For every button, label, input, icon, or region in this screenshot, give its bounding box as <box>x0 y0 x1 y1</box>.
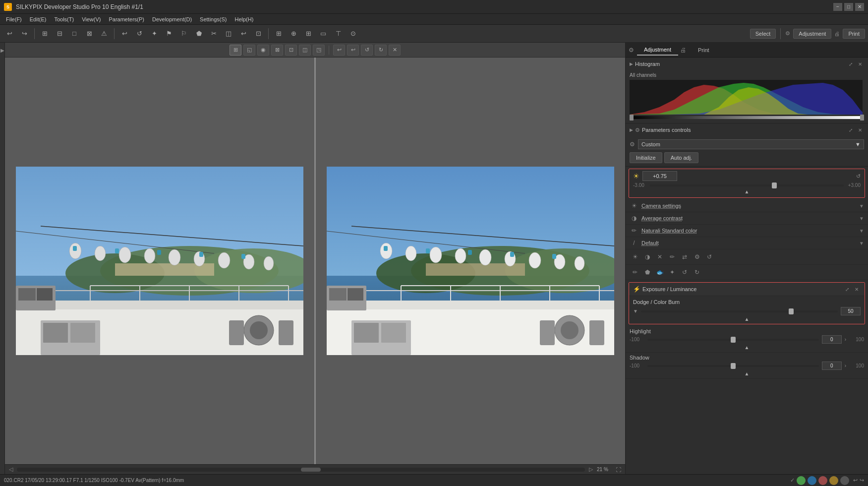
camera-settings-item[interactable]: ☀ Camera settings ▼ <box>626 200 868 212</box>
toolbar-compare[interactable]: ⊞ <box>272 27 285 40</box>
tool-btn-6[interactable]: ⚙ <box>692 251 702 262</box>
preview-btn-compare[interactable]: ⊞ <box>230 45 241 56</box>
params-close-btn[interactable]: ✕ <box>856 126 864 134</box>
tool-btn-8[interactable]: ✏ <box>630 267 640 278</box>
preview-btn-back2[interactable]: ↩ <box>347 45 359 56</box>
status-undo-icon[interactable]: ↩ <box>853 477 858 484</box>
params-expand-btn[interactable]: ⤢ <box>847 126 855 134</box>
toolbar-tool5[interactable]: ⚐ <box>177 27 190 40</box>
toolbar-grid4[interactable]: ⊠ <box>83 27 96 40</box>
select-button[interactable]: Select <box>750 29 776 39</box>
menu-file[interactable]: File(F) <box>2 15 26 23</box>
sidebar-expand-arrow[interactable]: ▶ <box>0 48 4 53</box>
fullscreen-icon[interactable]: ⛶ <box>616 467 621 473</box>
tool-btn-11[interactable]: ✦ <box>667 267 678 278</box>
preview-btn-back[interactable]: ↩ <box>333 45 345 56</box>
print-button[interactable]: Print <box>843 29 865 39</box>
tool-btn-10[interactable]: 🐟 <box>654 267 665 278</box>
toolbar-zoom[interactable]: ⊕ <box>287 27 300 40</box>
menu-help[interactable]: Help(H) <box>231 15 258 23</box>
toolbar-tool10[interactable]: ⊡ <box>252 27 265 40</box>
highlight-value[interactable]: 0 <box>822 335 842 344</box>
toolbar-tool3[interactable]: ✦ <box>148 27 161 40</box>
tab-adjustment[interactable]: Adjustment <box>637 45 678 56</box>
scroll-track[interactable] <box>17 468 585 472</box>
preview-btn-undo[interactable]: ↺ <box>361 45 373 56</box>
menu-parameters[interactable]: Parameters(P) <box>105 15 148 23</box>
default-setting-item[interactable]: / Default ▼ <box>626 237 868 249</box>
menu-view[interactable]: View(V) <box>78 15 105 23</box>
exp-luminance-expand-btn[interactable]: ⤢ <box>843 285 851 293</box>
adjustment-button[interactable]: Adjustment <box>793 29 831 39</box>
status-green-btn[interactable] <box>797 476 806 485</box>
menu-edit[interactable]: Edit(E) <box>26 15 51 23</box>
toolbar-rotate[interactable]: ⊙ <box>347 27 359 40</box>
average-contrast-item[interactable]: ◑ Average contrast ▼ <box>626 212 868 225</box>
preview-btn-redo[interactable]: ↻ <box>375 45 387 56</box>
highlight-thumb[interactable] <box>731 337 736 343</box>
preview-btn-close[interactable]: ✕ <box>389 45 401 56</box>
ev-track[interactable] <box>650 184 844 186</box>
toolbar-tool7[interactable]: ✂ <box>207 27 220 40</box>
histogram-left-thumb[interactable] <box>630 115 634 121</box>
minimize-button[interactable]: − <box>833 3 842 11</box>
status-redo-icon[interactable]: ↪ <box>860 477 864 484</box>
tool-btn-2[interactable]: ◑ <box>642 251 653 262</box>
toolbar-tool2[interactable]: ↺ <box>133 27 146 40</box>
histogram-expand-btn[interactable]: ⤢ <box>847 60 855 68</box>
highlight-track[interactable] <box>647 339 819 341</box>
auto-adj-button[interactable]: Auto adj. <box>664 152 698 163</box>
toolbar-tool4[interactable]: ⚑ <box>163 27 175 40</box>
toolbar-undo[interactable]: ↩ <box>3 27 16 40</box>
tab-print[interactable]: Print <box>691 45 716 55</box>
menu-tools[interactable]: Tools(T) <box>50 15 78 23</box>
preview-btn-flag[interactable]: ◳ <box>313 45 325 56</box>
restore-button[interactable]: □ <box>844 3 853 11</box>
toolbar-grid2[interactable]: ⊟ <box>53 27 66 40</box>
close-button[interactable]: ✕ <box>855 3 864 11</box>
exp-luminance-close-btn[interactable]: ✕ <box>853 285 861 293</box>
preview-btn-vert[interactable]: ◫ <box>299 45 311 56</box>
toolbar-grid5[interactable]: ⚠ <box>98 27 111 40</box>
params-preset-dropdown[interactable]: Custom ▼ <box>638 139 864 149</box>
status-grey-btn[interactable] <box>840 476 849 485</box>
scroll-left-btn[interactable]: ◁ <box>9 466 13 473</box>
toolbar-grid3[interactable]: □ <box>68 27 81 40</box>
shadow-value[interactable]: 0 <box>822 362 842 370</box>
exp-luminance-header[interactable]: ⚡ Exposure / Luminance ⤢ ✕ <box>629 283 865 296</box>
tool-btn-13[interactable]: ↻ <box>692 267 702 278</box>
status-blue-btn[interactable] <box>808 476 816 485</box>
preview-btn-circle[interactable]: ◉ <box>257 45 269 56</box>
shadow-track[interactable] <box>647 365 819 367</box>
histogram-header[interactable]: ▶ Histogram ⤢ ✕ <box>626 58 868 70</box>
preview-btn-single[interactable]: ◱ <box>243 45 255 56</box>
dodge-thumb[interactable] <box>789 308 794 314</box>
ev-value-box[interactable]: +0.75 <box>642 171 677 181</box>
toolbar-tool6[interactable]: ⬟ <box>192 27 205 40</box>
toolbar-export[interactable]: ⊞ <box>302 27 315 40</box>
scroll-right-btn[interactable]: ▷ <box>589 466 593 473</box>
initialize-button[interactable]: Initialize <box>630 152 662 163</box>
menu-development[interactable]: Development(D) <box>148 15 196 23</box>
shadow-thumb[interactable] <box>731 363 736 369</box>
dodge-value[interactable]: 50 <box>841 307 861 315</box>
tool-btn-1[interactable]: ☀ <box>630 251 640 262</box>
toolbar-rect[interactable]: ▭ <box>317 27 330 40</box>
tool-btn-9[interactable]: ⬟ <box>642 267 653 278</box>
histogram-right-thumb[interactable] <box>860 115 864 121</box>
preview-btn-4up[interactable]: ⊡ <box>285 45 297 56</box>
toolbar-tool1[interactable]: ↩ <box>118 27 131 40</box>
status-red-btn[interactable] <box>818 476 827 485</box>
status-yellow-btn[interactable] <box>829 476 838 485</box>
toolbar-tool9[interactable]: ↩ <box>237 27 250 40</box>
tool-btn-4[interactable]: ✏ <box>667 251 678 262</box>
toolbar-tag[interactable]: ⊤ <box>332 27 345 40</box>
menu-settings[interactable]: Settings(S) <box>196 15 231 23</box>
dodge-track[interactable] <box>641 310 838 312</box>
tool-btn-5[interactable]: ⇄ <box>679 251 690 262</box>
ev-thumb[interactable] <box>772 182 777 188</box>
preview-btn-grid[interactable]: ⊠ <box>271 45 283 56</box>
toolbar-grid1[interactable]: ⊞ <box>38 27 51 40</box>
parameters-header[interactable]: ▶ ⚙ Parameters controls ⤢ ✕ <box>626 123 868 136</box>
tool-btn-7[interactable]: ↺ <box>704 251 715 262</box>
